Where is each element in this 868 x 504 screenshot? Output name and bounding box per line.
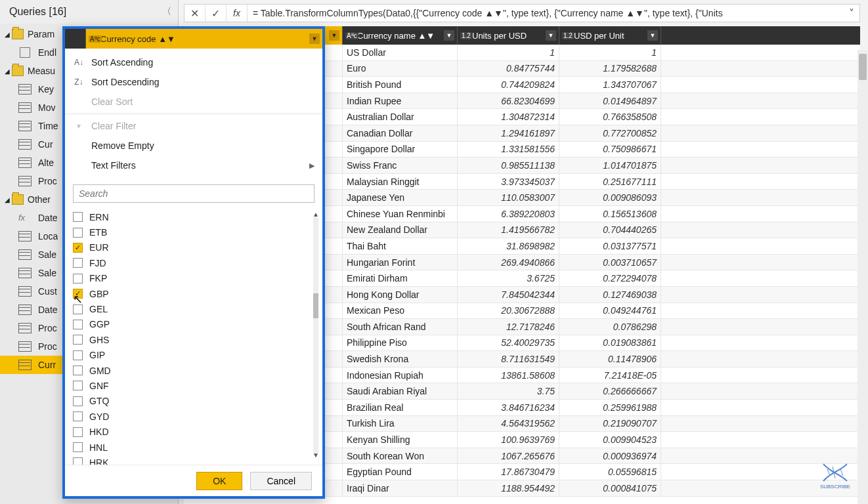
table-icon[interactable]	[65, 29, 86, 49]
filter-value-row[interactable]: GIP	[73, 348, 317, 363]
filter-value-row[interactable]: ✓EUR	[73, 240, 317, 255]
chevron-down-icon[interactable]: ▼	[546, 30, 556, 41]
query-type-icon	[18, 176, 33, 186]
cell-units-per-usd: 6.389220803	[458, 206, 559, 222]
query-label: Date	[38, 213, 58, 223]
filter-value-row[interactable]: FKP	[73, 271, 317, 286]
sort-asc-icon: A↓	[73, 58, 85, 67]
cell-usd-per-unit: 1.343707067	[559, 77, 661, 93]
checkbox[interactable]	[73, 457, 83, 465]
sort-desc-icon: Z↓	[73, 77, 85, 87]
text-filters-item[interactable]: Text Filters ▶	[65, 156, 322, 175]
checkbox[interactable]	[73, 350, 83, 360]
checkbox[interactable]: ✓	[73, 289, 83, 299]
folder-label: Measu	[28, 66, 55, 76]
formula-bar: ✕ ✓ fx = Table.TransformColumnTypes(Data…	[184, 4, 860, 22]
checkbox[interactable]	[73, 228, 83, 238]
checkbox[interactable]	[73, 335, 83, 345]
cell-units-per-usd: 269.4940866	[458, 255, 559, 270]
menu-divider	[65, 114, 322, 114]
formula-expand-icon[interactable]: ˅	[844, 7, 859, 20]
query-type-icon	[18, 213, 33, 223]
cell-units-per-usd: 0.985511138	[458, 158, 559, 173]
column-label: Currency name ▲▼	[357, 31, 435, 41]
cell-usd-per-unit: 1.014701875	[559, 158, 661, 173]
checkbox[interactable]	[73, 258, 83, 268]
filter-value-row[interactable]: GTQ	[73, 394, 317, 409]
filter-value-row[interactable]: GHS	[73, 332, 317, 347]
cancel-button[interactable]: Cancel	[250, 472, 312, 490]
filter-values-list[interactable]: ERNETB✓EURFJDFKP✓GBPGELGGPGHSGIPGMDGNFGT…	[65, 207, 322, 465]
filter-value-row[interactable]: ERN	[73, 209, 317, 224]
checkbox[interactable]	[73, 396, 83, 406]
chevron-down-icon[interactable]: ▼	[444, 30, 454, 41]
column-header-units-per-usd[interactable]: 1.2 Units per USD ▼	[458, 26, 559, 45]
menu-label: Clear Filter	[91, 121, 136, 131]
sort-descending-item[interactable]: Z↓ Sort Descending	[65, 72, 322, 92]
formula-text[interactable]: = Table.TransformColumnTypes(Data0,{{"Cu…	[248, 8, 844, 18]
chevron-down-icon[interactable]: ▼	[647, 30, 658, 41]
ok-button[interactable]: OK	[196, 472, 242, 490]
filter-value-label: FKP	[89, 273, 107, 284]
scroll-down-icon[interactable]: ▼	[312, 452, 320, 461]
remove-empty-item[interactable]: Remove Empty	[65, 136, 322, 156]
checkbox[interactable]	[73, 442, 83, 452]
collapse-panel-icon[interactable]: 〈	[162, 6, 171, 18]
chevron-down-icon[interactable]: ▼	[309, 33, 320, 44]
vertical-scrollbar[interactable]	[857, 50, 868, 504]
checkbox[interactable]	[73, 411, 83, 421]
cell-units-per-usd: 1.419566782	[458, 222, 559, 238]
cell-units-per-usd: 52.40029735	[458, 335, 559, 351]
filter-value-row[interactable]: ✓GBP	[73, 286, 317, 301]
column-header-usd-per-unit[interactable]: 1.2 USD per Unit ▼	[559, 26, 661, 45]
column-header-currency-name[interactable]: Aᴮc Currency name ▲▼ ▼	[343, 26, 458, 45]
cell-currency-name: Emirati Dirham	[343, 270, 458, 286]
checkbox[interactable]	[73, 381, 83, 390]
cell-units-per-usd: 100.9639769	[458, 432, 559, 448]
checkbox[interactable]	[73, 427, 83, 437]
filter-value-row[interactable]: HRK	[73, 455, 317, 465]
cell-usd-per-unit: 0.031377571	[559, 238, 661, 254]
sort-ascending-item[interactable]: A↓ Sort Ascending	[65, 52, 322, 72]
list-scrollbar[interactable]: ▲ ▼	[312, 211, 320, 461]
subscribe-badge[interactable]: SUBSCRIBE	[817, 463, 854, 490]
cell-currency-name: Malaysian Ringgit	[343, 174, 458, 190]
filter-value-row[interactable]: GYD	[73, 409, 317, 424]
filter-value-row[interactable]: GMD	[73, 363, 317, 378]
cell-usd-per-unit: 0.000841075	[559, 480, 661, 496]
filter-value-row[interactable]: GEL	[73, 301, 317, 316]
filter-value-row[interactable]: ETB	[73, 224, 317, 240]
queries-header[interactable]: Queries [16] 〈	[0, 0, 178, 24]
filter-value-row[interactable]: GNF	[73, 378, 317, 393]
folder-icon	[12, 194, 24, 205]
cell-units-per-usd: 3.75	[458, 383, 559, 399]
clear-sort-item: Clear Sort	[65, 92, 322, 112]
filter-value-row[interactable]: FJD	[73, 255, 317, 270]
cell-usd-per-unit: 7.21418E-05	[559, 368, 661, 383]
cell-units-per-usd: 0.744209824	[458, 77, 559, 93]
checkbox[interactable]	[73, 274, 83, 284]
chevron-down-icon[interactable]: ▼	[329, 30, 339, 41]
checkbox[interactable]	[73, 320, 83, 329]
filter-value-label: EUR	[89, 242, 109, 253]
column-header-currency-code[interactable]: Aᴮc Currency code ▲▼ ▼	[86, 29, 322, 49]
filter-value-row[interactable]: HNL	[73, 440, 317, 455]
checkbox[interactable]	[73, 304, 83, 314]
submenu-arrow-icon: ▶	[309, 161, 315, 170]
formula-accept-icon[interactable]: ✓	[206, 5, 227, 22]
filter-value-label: HRK	[89, 457, 109, 465]
cell-usd-per-unit: 0.11478906	[559, 351, 661, 367]
popup-column-header: Aᴮc Currency code ▲▼ ▼	[65, 29, 322, 49]
formula-cancel-icon[interactable]: ✕	[184, 5, 206, 22]
filter-value-row[interactable]: HKD	[73, 424, 317, 439]
query-label: Sale	[38, 249, 56, 260]
search-input[interactable]	[73, 184, 315, 203]
checkbox[interactable]	[73, 212, 83, 222]
query-type-icon	[18, 47, 33, 58]
cell-usd-per-unit: 0.019083861	[559, 335, 661, 351]
cell-usd-per-unit: 0.0786298	[559, 319, 661, 335]
checkbox[interactable]	[73, 366, 83, 375]
filter-value-label: GBP	[89, 289, 109, 299]
checkbox[interactable]: ✓	[73, 243, 83, 253]
filter-value-row[interactable]: GGP	[73, 317, 317, 332]
